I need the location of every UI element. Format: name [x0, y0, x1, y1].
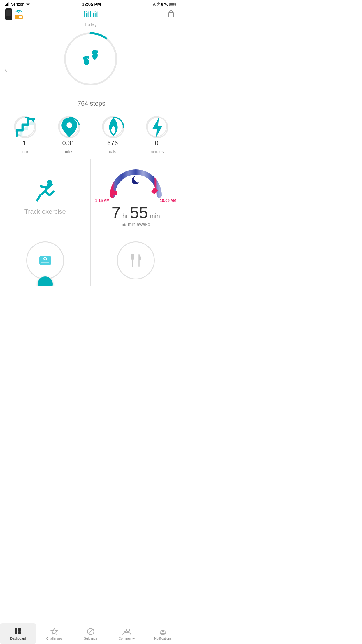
stairs-icon	[14, 116, 37, 139]
status-bar: Verizon 12:05 PM 87%	[0, 0, 181, 8]
device-info	[5, 8, 23, 20]
svg-point-28	[66, 123, 72, 128]
sleep-minutes: 55	[130, 204, 148, 221]
sleep-awake: 59 min awake	[112, 222, 160, 227]
minutes-circle	[146, 116, 167, 137]
sleep-end-time: 10:09 AM	[160, 198, 176, 203]
exercise-label: Track exercise	[24, 208, 66, 216]
svg-line-39	[50, 192, 54, 195]
svg-rect-3	[8, 2, 9, 6]
sleep-times: 1:15 AM 10:09 AM	[95, 198, 177, 203]
status-left: Verizon	[5, 2, 30, 6]
footsteps-icon	[80, 48, 101, 69]
svg-rect-9	[6, 10, 11, 16]
sync-waves	[15, 10, 23, 15]
svg-rect-1	[6, 4, 7, 6]
status-right: 87%	[152, 2, 176, 6]
sleep-hours: 7	[112, 204, 121, 221]
steps-unit: steps	[90, 100, 106, 107]
floors-label: floor	[20, 149, 28, 154]
share-button[interactable]	[166, 8, 176, 19]
sync-icon	[15, 10, 23, 14]
svg-point-10	[18, 12, 19, 13]
log-weight-card[interactable]: +	[0, 235, 91, 286]
sleep-start-time: 1:15 AM	[95, 198, 110, 203]
sleep-stats: 7 hr 55 min 59 min awake	[112, 204, 160, 227]
stat-miles[interactable]: 0.31 miles	[58, 116, 79, 154]
svg-rect-0	[5, 5, 6, 6]
lightning-icon	[146, 116, 169, 139]
food-circle	[117, 242, 155, 279]
moon-icon	[129, 175, 142, 189]
svg-point-42	[44, 258, 46, 260]
steps-circle[interactable]	[61, 30, 120, 88]
sleep-hr-unit: hr	[122, 212, 128, 220]
miles-label: miles	[64, 149, 73, 154]
svg-line-34	[41, 186, 47, 188]
miles-value: 0.31	[62, 139, 75, 147]
svg-rect-43	[41, 262, 49, 263]
footsteps-svg	[80, 48, 101, 66]
svg-rect-6	[175, 4, 176, 5]
running-figure-icon	[32, 178, 58, 204]
device-battery	[15, 15, 23, 19]
location-pin-icon	[58, 116, 81, 139]
bluetooth-icon	[157, 2, 160, 6]
sleep-gauge	[110, 166, 162, 197]
food-card[interactable]	[91, 235, 181, 286]
cards-grid: Track exercise	[0, 159, 181, 286]
svg-rect-2	[7, 3, 8, 6]
steps-display: 764steps	[76, 92, 105, 109]
sleep-min-unit: min	[150, 212, 160, 220]
sleep-main-duration: 7 hr 55 min	[112, 204, 160, 221]
stat-cals[interactable]: 676 cals	[102, 116, 123, 154]
utensils-icon	[129, 252, 143, 269]
date-label: Today	[84, 22, 97, 27]
battery-icon	[169, 3, 176, 6]
location-icon	[152, 3, 156, 6]
status-time: 12:05 PM	[82, 2, 101, 7]
battery-percent: 87%	[161, 2, 168, 6]
cals-value: 676	[107, 139, 118, 147]
app-title: fitbit	[83, 9, 98, 20]
floors-circle	[14, 116, 35, 137]
minutes-label: minutes	[150, 149, 164, 154]
stat-floors[interactable]: 1 floor	[14, 116, 35, 154]
log-circle	[26, 242, 64, 279]
exercise-card[interactable]: Track exercise	[0, 159, 91, 235]
minutes-value: 0	[155, 139, 158, 147]
steps-value: 764	[78, 100, 88, 107]
wifi-icon	[26, 3, 30, 6]
cals-circle	[102, 116, 123, 137]
device-sync	[15, 10, 23, 19]
moon-svg	[129, 175, 142, 188]
svg-rect-7	[170, 3, 174, 5]
log-icon	[37, 252, 53, 269]
device-icon	[5, 8, 13, 20]
floors-value: 1	[23, 139, 26, 147]
app-header: fitbit	[0, 8, 181, 22]
svg-marker-4	[152, 3, 156, 6]
stat-minutes[interactable]: 0 minutes	[146, 116, 167, 154]
signal-icon	[5, 2, 10, 6]
steps-section: Today ‹	[0, 22, 181, 114]
flame-icon	[102, 116, 125, 139]
prev-day-button[interactable]: ‹	[5, 65, 7, 74]
svg-line-37	[37, 195, 40, 200]
carrier-name: Verizon	[11, 2, 24, 6]
cals-label: cals	[109, 149, 116, 154]
miles-circle	[58, 116, 79, 137]
sleep-card[interactable]: 1:15 AM 10:09 AM 7 hr 55 min 59 min awak…	[91, 159, 181, 235]
share-icon	[168, 10, 175, 18]
add-icon: +	[43, 280, 48, 286]
stats-row: 1 floor 0.31 miles	[0, 114, 181, 159]
